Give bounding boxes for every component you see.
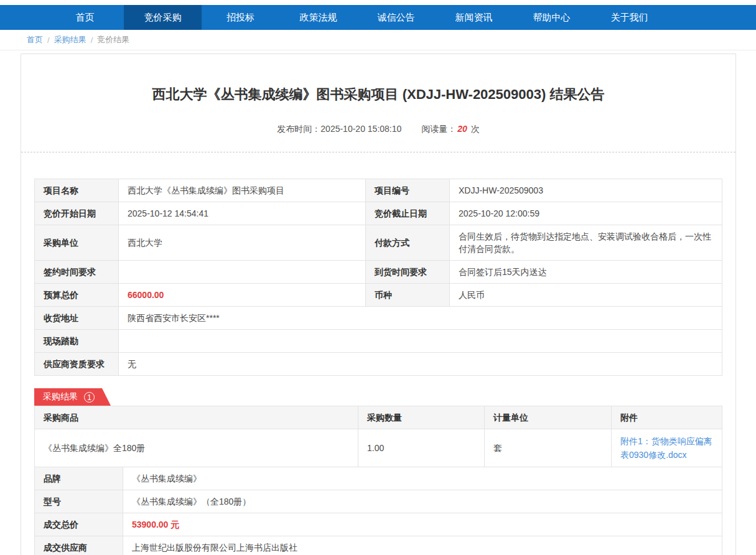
table-row: 收货地址 陕西省西安市长安区**** [35, 307, 722, 330]
field-label: 成交总价 [35, 513, 123, 536]
field-value [119, 261, 366, 284]
field-label: 品牌 [35, 467, 123, 490]
result-badge-label: 采购结果 [43, 391, 78, 403]
table-row: 成交供应商 上海世纪出版股份有限公司上海书店出版社 [35, 536, 722, 555]
result-count-badge: 1 [84, 392, 95, 403]
field-value: 陕西省西安市长安区**** [119, 307, 722, 330]
field-value: 无 [119, 353, 722, 376]
table-row: 项目名称 西北大学《丛书集成续编》图书采购项目 项目编号 XDJJ-HW-202… [35, 179, 722, 202]
field-label: 到货时间要求 [366, 261, 450, 284]
table-row: 现场踏勘 [35, 330, 722, 353]
field-label: 供应商资质要求 [35, 353, 119, 376]
product-name: 《丛书集成续编》全180册 [35, 429, 358, 467]
table-row: 品牌 《丛书集成续编》 [35, 467, 722, 490]
field-label: 竞价开始日期 [35, 202, 119, 225]
main-nav: 首页 竞价采购 招投标 政策法规 诚信公告 新闻资讯 帮助中心 关于我们 [0, 5, 756, 30]
nav-item-tendering[interactable]: 招投标 [202, 5, 279, 30]
project-info-table: 项目名称 西北大学《丛书集成续编》图书采购项目 项目编号 XDJJ-HW-202… [34, 179, 722, 376]
table-row: 采购单位 西北大学 付款方式 合同生效后，待货物到达指定地点、安装调试验收合格后… [35, 225, 722, 261]
deal-total-price: 53900.00 元 [123, 513, 722, 536]
nav-item-about-us[interactable]: 关于我们 [590, 5, 668, 30]
field-value: 合同生效后，待货物到达指定地点、安装调试验收合格后，一次性付清合同货款。 [450, 225, 722, 261]
table-row: 签约时间要求 到货时间要求 合同签订后15天内送达 [35, 261, 722, 284]
field-label: 收货地址 [35, 307, 119, 330]
field-label: 付款方式 [366, 225, 450, 261]
field-value: 2025-10-12 14:54:41 [119, 202, 366, 225]
attachment-link[interactable]: 附件1：货物类响应偏离表0930修改.docx [620, 436, 712, 460]
result-section-header: 采购结果 1 [34, 388, 722, 406]
breadcrumb-separator: / [47, 35, 50, 45]
column-header-unit: 计量单位 [485, 406, 612, 429]
winning-supplier: 上海世纪出版股份有限公司上海书店出版社 [123, 536, 722, 555]
nav-item-policies[interactable]: 政策法规 [279, 5, 357, 30]
model-value: 《丛书集成续编》（全180册） [123, 490, 722, 513]
field-label: 签约时间要求 [35, 261, 119, 284]
field-label: 采购单位 [35, 225, 119, 261]
purchase-result-table: 采购商品 采购数量 计量单位 附件 《丛书集成续编》全180册 1.00 套 附… [34, 406, 722, 467]
field-value: 2025-10-20 12:00:59 [450, 202, 722, 225]
field-label: 预算总价 [35, 284, 119, 307]
table-header-row: 采购商品 采购数量 计量单位 附件 [35, 406, 722, 429]
field-label: 现场踏勘 [35, 330, 119, 353]
field-label: 成交供应商 [35, 536, 123, 555]
top-strip [0, 0, 756, 5]
table-row: 预算总价 66000.00 币种 人民币 [35, 284, 722, 307]
nav-item-help-center[interactable]: 帮助中心 [513, 5, 590, 30]
table-row: 成交总价 53900.00 元 [35, 513, 722, 536]
column-header-quantity: 采购数量 [358, 406, 485, 429]
view-count: 阅读量：20 次 [421, 124, 479, 135]
nav-item-integrity-notice[interactable]: 诚信公告 [357, 5, 435, 30]
brand-value: 《丛书集成续编》 [123, 467, 722, 490]
field-label: 币种 [366, 284, 450, 307]
table-row: 《丛书集成续编》全180册 1.00 套 附件1：货物类响应偏离表0930修改.… [35, 429, 722, 467]
product-quantity: 1.00 [358, 429, 485, 467]
field-label: 项目名称 [35, 179, 119, 202]
nav-item-bidding-purchase[interactable]: 竞价采购 [124, 5, 202, 30]
divider [21, 152, 735, 152]
field-value: 合同签订后15天内送达 [450, 261, 722, 284]
field-label: 型号 [35, 490, 123, 513]
nav-item-home[interactable]: 首页 [46, 5, 124, 30]
nav-item-news[interactable]: 新闻资讯 [435, 5, 513, 30]
budget-total-value: 66000.00 [119, 284, 366, 307]
view-count-number: 20 [457, 124, 467, 134]
announcement-card: 西北大学《丛书集成续编》图书采购项目 (XDJJ-HW-202509003) 结… [21, 54, 736, 555]
breadcrumb: 首页 / 采购结果 / 竞价结果 [0, 30, 756, 50]
field-value: 西北大学《丛书集成续编》图书采购项目 [119, 179, 366, 202]
breadcrumb-separator: / [91, 35, 93, 45]
table-row: 型号 《丛书集成续编》（全180册） [35, 490, 722, 513]
field-label: 竞价截止日期 [366, 202, 450, 225]
field-label: 项目编号 [366, 179, 450, 202]
field-value [119, 330, 722, 353]
field-value: 西北大学 [119, 225, 366, 261]
breadcrumb-current: 竞价结果 [97, 34, 129, 45]
article-meta: 发布时间：2025-10-20 15:08:10 阅读量：20 次 [34, 124, 722, 135]
product-unit: 套 [485, 429, 612, 467]
result-badge-ribbon: 采购结果 1 [34, 388, 111, 406]
breadcrumb-link-purchase-results[interactable]: 采购结果 [54, 34, 86, 45]
breadcrumb-link-home[interactable]: 首页 [27, 34, 43, 45]
publish-time: 发布时间：2025-10-20 15:08:10 [277, 124, 401, 135]
award-details-table: 品牌 《丛书集成续编》 型号 《丛书集成续编》（全180册） 成交总价 5390… [34, 467, 722, 555]
table-row: 竞价开始日期 2025-10-12 14:54:41 竞价截止日期 2025-1… [35, 202, 722, 225]
page-title: 西北大学《丛书集成续编》图书采购项目 (XDJJ-HW-202509003) 结… [34, 85, 722, 104]
column-header-attachment: 附件 [612, 406, 722, 429]
table-row: 供应商资质要求 无 [35, 353, 722, 376]
field-value: XDJJ-HW-202509003 [450, 179, 722, 202]
column-header-product: 采购商品 [35, 406, 358, 429]
field-value: 人民币 [450, 284, 722, 307]
